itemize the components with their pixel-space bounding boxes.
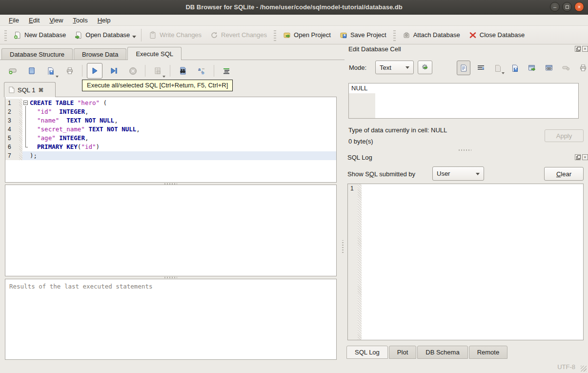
new-sql-tab-button[interactable] bbox=[5, 63, 20, 79]
open-database-dropdown-icon[interactable] bbox=[132, 36, 136, 38]
copy-link-button[interactable] bbox=[542, 61, 556, 75]
close-tab-icon[interactable]: ✖ bbox=[38, 86, 43, 94]
cell-value-editor[interactable]: NULL bbox=[348, 83, 579, 119]
toolbar-separator bbox=[82, 65, 82, 77]
menu-edit[interactable]: Edit bbox=[24, 16, 44, 25]
text-mode-toggle[interactable] bbox=[457, 61, 470, 75]
sql-log-view[interactable]: 1 bbox=[347, 184, 584, 340]
maximize-button[interactable] bbox=[562, 2, 572, 12]
revert-changes-button: Revert Changes bbox=[206, 29, 271, 41]
close-button[interactable]: × bbox=[574, 2, 584, 12]
export-data-button[interactable] bbox=[508, 61, 522, 75]
apply-button: Apply bbox=[545, 129, 584, 142]
pane-splitter-handle[interactable] bbox=[342, 240, 344, 253]
gutter-hatch bbox=[19, 99, 22, 107]
gutter-hatch bbox=[19, 151, 22, 160]
editor-line[interactable]: 2 "id" INTEGER, bbox=[5, 107, 336, 116]
tab-browse-data[interactable]: Browse Data bbox=[74, 48, 126, 60]
close-dock-icon[interactable]: × bbox=[582, 46, 588, 52]
results-message-pane[interactable]: Results of the last executed statements bbox=[5, 279, 337, 360]
menu-view[interactable]: View bbox=[44, 16, 68, 25]
clear-log-button[interactable]: Clear bbox=[544, 167, 584, 181]
close-database-button[interactable]: Close Database bbox=[465, 29, 529, 41]
close-dock-icon[interactable]: × bbox=[582, 154, 588, 160]
editor-line[interactable]: 6 PRIMARY KEY("id") bbox=[5, 143, 336, 151]
menu-help[interactable]: Help bbox=[93, 16, 116, 25]
gutter-hatch bbox=[19, 125, 22, 134]
toolbar-drag-handle[interactable] bbox=[4, 29, 7, 41]
float-dock-icon[interactable] bbox=[575, 46, 581, 52]
results-grid[interactable] bbox=[5, 185, 337, 276]
dock-tab-sql-log[interactable]: SQL Log bbox=[346, 346, 388, 359]
stop-icon bbox=[129, 67, 137, 75]
fold-margin bbox=[22, 116, 30, 125]
execute-all-icon bbox=[91, 67, 99, 75]
edit-cell-toolbar bbox=[457, 61, 588, 75]
sql-log-dock-title: SQL Log bbox=[347, 154, 372, 161]
set-null-icon bbox=[562, 65, 570, 71]
word-wrap-toggle[interactable] bbox=[474, 61, 487, 75]
dock-tab-remote[interactable]: Remote bbox=[469, 346, 508, 359]
editor-line[interactable]: 3 "name" TEXT NOT NULL, bbox=[5, 116, 336, 125]
revert-changes-label: Revert Changes bbox=[221, 31, 267, 39]
edit-cell-dock-title: Edit Database Cell bbox=[348, 45, 401, 53]
toolbar-separator bbox=[214, 65, 214, 77]
clear-button-label: Clear bbox=[556, 170, 571, 178]
print-cell-button[interactable] bbox=[576, 61, 588, 75]
open-project-button[interactable]: Open Project bbox=[279, 29, 335, 41]
fold-margin bbox=[22, 134, 30, 143]
menu-file[interactable]: File bbox=[4, 16, 24, 25]
editor-line[interactable]: 7); bbox=[5, 151, 336, 160]
new-database-button[interactable]: New Database bbox=[9, 29, 70, 41]
open-external-button[interactable] bbox=[525, 61, 539, 75]
save-file-dropdown-icon[interactable] bbox=[56, 76, 59, 78]
toolbar-drag-handle[interactable] bbox=[274, 29, 276, 41]
execute-all-button[interactable] bbox=[87, 63, 102, 79]
minimize-button[interactable]: – bbox=[550, 2, 560, 12]
splitter-handle[interactable] bbox=[164, 277, 177, 278]
link-icon bbox=[545, 64, 553, 72]
find-button[interactable] bbox=[175, 63, 190, 79]
save-project-button[interactable]: Save Project bbox=[335, 29, 391, 41]
dock-tab-plot[interactable]: Plot bbox=[389, 346, 416, 359]
mode-select[interactable]: Text bbox=[375, 61, 414, 74]
menubar: File Edit View Tools Help bbox=[0, 15, 588, 26]
tab-execute-sql[interactable]: Execute SQL bbox=[127, 47, 182, 60]
line-number: 3 bbox=[5, 116, 19, 125]
dock-tab-db-schema[interactable]: DB Schema bbox=[417, 346, 467, 359]
tab-database-structure[interactable]: Database Structure bbox=[1, 48, 73, 60]
execute-line-button[interactable] bbox=[106, 63, 122, 79]
dock-splitter-handle[interactable] bbox=[459, 149, 471, 151]
log-filter-value: User bbox=[437, 170, 450, 177]
sql-log-dock-buttons: × bbox=[575, 154, 588, 160]
replace-button[interactable]: ab bbox=[194, 63, 209, 79]
open-database-button[interactable]: Open Database bbox=[70, 29, 134, 41]
fold-marker-icon[interactable] bbox=[22, 99, 30, 107]
set-null-button bbox=[559, 61, 573, 75]
titlebar[interactable]: DB Browser for SQLite - /home/user/code/… bbox=[0, 0, 588, 15]
save-sql-file-button[interactable] bbox=[43, 63, 59, 79]
line-number: 6 bbox=[5, 143, 19, 151]
editor-line[interactable]: 1CREATE TABLE "hero" ( bbox=[5, 99, 336, 107]
log-filter-select[interactable]: User bbox=[432, 166, 484, 181]
menu-tools[interactable]: Tools bbox=[68, 16, 92, 25]
sql-editor-tab[interactable]: SQL 1 ✖ bbox=[4, 82, 56, 97]
save-results-dropdown-icon bbox=[162, 76, 165, 78]
toolbar-drag-handle[interactable] bbox=[393, 29, 396, 41]
apply-mode-button[interactable] bbox=[418, 61, 432, 74]
toolbar-separator bbox=[145, 65, 145, 77]
sql-editor[interactable]: 1CREATE TABLE "hero" (2 "id" INTEGER,3 "… bbox=[5, 97, 337, 183]
float-dock-icon[interactable] bbox=[575, 154, 581, 160]
print-button[interactable] bbox=[62, 63, 78, 79]
code-text: "secret_name" TEXT NOT NULL, bbox=[30, 125, 140, 134]
fold-margin bbox=[22, 125, 30, 134]
format-sql-button[interactable] bbox=[219, 63, 234, 79]
gutter-hatch bbox=[19, 107, 22, 116]
attach-database-button[interactable]: Attach Database bbox=[398, 29, 465, 41]
save-project-icon bbox=[340, 31, 347, 39]
open-sql-file-button[interactable] bbox=[24, 63, 40, 79]
resize-grip[interactable] bbox=[581, 366, 587, 372]
editor-line[interactable]: 4 "secret_name" TEXT NOT NULL, bbox=[5, 125, 336, 134]
editor-line[interactable]: 5 "age" INTEGER, bbox=[5, 134, 336, 143]
revert-changes-icon bbox=[210, 31, 218, 39]
